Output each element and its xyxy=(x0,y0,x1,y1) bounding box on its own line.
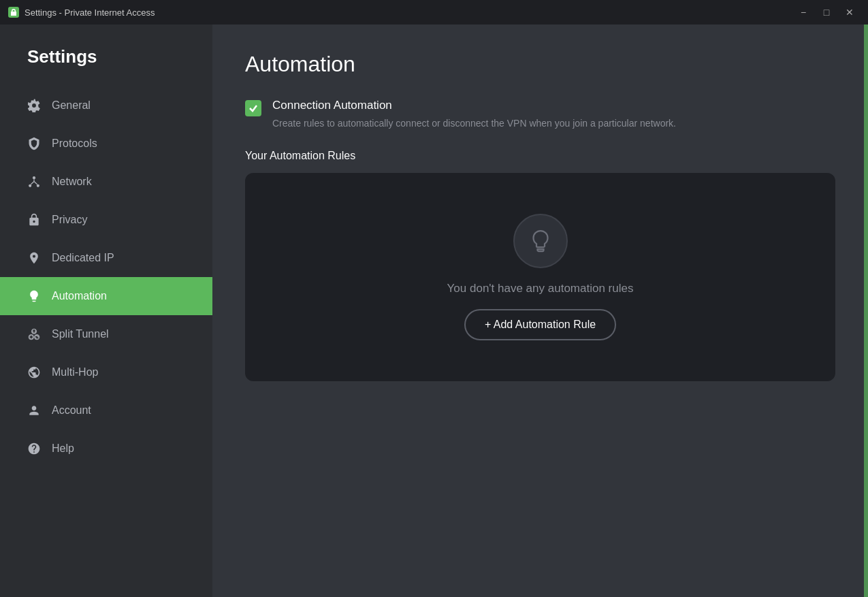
network-icon xyxy=(27,175,41,189)
sidebar-item-automation[interactable]: Automation xyxy=(0,277,212,315)
empty-state-message: You don't have any automation rules xyxy=(447,282,634,295)
connection-automation-section: Connection Automation Create rules to au… xyxy=(245,99,835,131)
gear-icon xyxy=(27,99,41,112)
app-icon xyxy=(8,7,19,18)
sidebar-item-account[interactable]: Account xyxy=(0,391,212,430)
sidebar-item-label-automation: Automation xyxy=(52,290,107,302)
sidebar-item-label-multi-hop: Multi-Hop xyxy=(52,366,98,378)
split-icon xyxy=(27,327,41,341)
close-button[interactable]: ✕ xyxy=(839,4,860,20)
titlebar: Settings - Private Internet Access − □ ✕ xyxy=(0,0,868,25)
sidebar-item-label-network: Network xyxy=(52,176,92,188)
titlebar-left: Settings - Private Internet Access xyxy=(8,7,155,18)
lock-icon xyxy=(27,213,41,227)
sidebar-item-label-split-tunnel: Split Tunnel xyxy=(52,328,109,340)
help-icon xyxy=(27,442,41,455)
connection-automation-text: Connection Automation Create rules to au… xyxy=(272,99,676,131)
sidebar-item-label-help: Help xyxy=(52,442,74,455)
connection-automation-checkbox[interactable] xyxy=(245,100,261,116)
scrollbar-accent xyxy=(864,25,868,597)
sidebar-item-multi-hop[interactable]: Multi-Hop xyxy=(0,353,212,391)
minimize-button[interactable]: − xyxy=(793,4,814,20)
svg-point-3 xyxy=(37,184,39,187)
sidebar-item-label-privacy: Privacy xyxy=(52,214,87,226)
globe-icon xyxy=(27,366,41,379)
page-title: Automation xyxy=(245,52,835,77)
empty-state-card: You don't have any automation rules + Ad… xyxy=(245,173,835,381)
maximize-button[interactable]: □ xyxy=(816,4,837,20)
sidebar-item-label-protocols: Protocols xyxy=(52,138,97,150)
account-icon xyxy=(27,404,41,417)
svg-point-2 xyxy=(29,184,31,187)
protocols-icon xyxy=(27,137,41,150)
sidebar: Settings General Protocols Network xyxy=(0,25,212,597)
empty-state-icon xyxy=(513,214,568,268)
app-body: Settings General Protocols Network xyxy=(0,25,868,597)
bulb-icon xyxy=(27,289,41,303)
sidebar-item-label-dedicated-ip: Dedicated IP xyxy=(52,252,114,264)
titlebar-title: Settings - Private Internet Access xyxy=(25,7,155,18)
lightbulb-icon xyxy=(528,229,553,253)
add-automation-rule-button[interactable]: + Add Automation Rule xyxy=(464,309,616,340)
sidebar-item-general[interactable]: General xyxy=(0,86,212,125)
connection-automation-label: Connection Automation xyxy=(272,99,676,112)
sidebar-item-protocols[interactable]: Protocols xyxy=(0,125,212,163)
sidebar-item-privacy[interactable]: Privacy xyxy=(0,201,212,239)
sidebar-item-label-general: General xyxy=(52,99,91,112)
dedicated-ip-icon xyxy=(27,251,41,265)
sidebar-item-network[interactable]: Network xyxy=(0,163,212,201)
rules-section-title: Your Automation Rules xyxy=(245,150,835,162)
main-content: Automation Connection Automation Create … xyxy=(212,25,868,597)
titlebar-controls: − □ ✕ xyxy=(793,4,860,20)
sidebar-heading: Settings xyxy=(0,46,212,67)
sidebar-item-dedicated-ip[interactable]: Dedicated IP xyxy=(0,239,212,277)
svg-point-1 xyxy=(33,176,35,179)
connection-automation-description: Create rules to automatically connect or… xyxy=(272,116,676,131)
sidebar-item-help[interactable]: Help xyxy=(0,430,212,468)
sidebar-item-split-tunnel[interactable]: Split Tunnel xyxy=(0,315,212,353)
sidebar-item-label-account: Account xyxy=(52,404,91,417)
